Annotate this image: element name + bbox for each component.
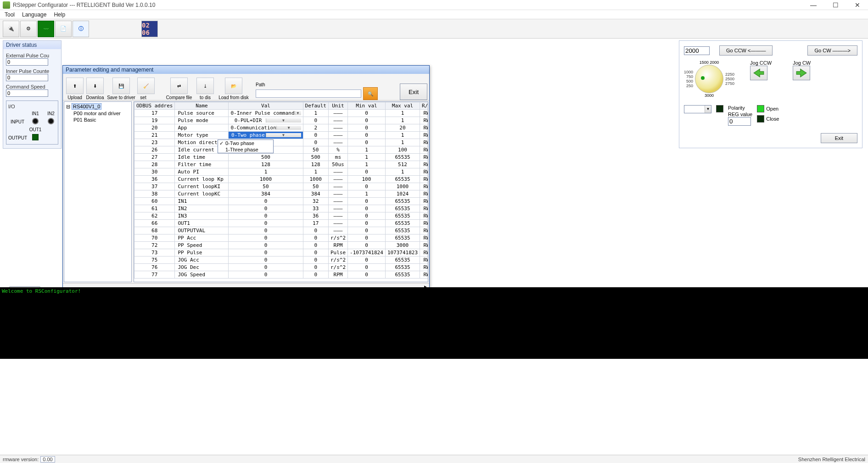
cell[interactable]: 0-Two phase▼ <box>229 132 303 139</box>
go-cw-button[interactable]: Go CW ———> <box>807 45 857 56</box>
table-row[interactable]: 28Filter time12812850us1512RW <box>134 161 429 168</box>
tree-p00[interactable]: P00 motor and driver <box>65 110 130 117</box>
col-5[interactable]: Min val <box>348 102 386 110</box>
speed-gauge[interactable] <box>695 65 723 93</box>
table-row[interactable]: 76JOG Dec00r/s^2065535RW <box>134 264 429 271</box>
table-row[interactable]: 73PP Pulse00Pulse-10737418241073741823RW <box>134 249 429 257</box>
browse-icon[interactable]: 🔍 <box>363 87 378 100</box>
cell: RW <box>420 242 428 249</box>
jog-ccw-button[interactable] <box>750 66 767 80</box>
polarity-label: Polarity <box>728 105 752 111</box>
tree-p01[interactable]: P01 Basic <box>65 117 130 123</box>
table-row[interactable]: 72PP Speed00RPM03000RW <box>134 242 429 249</box>
table-row[interactable]: 61IN2033———065535RW <box>134 205 429 212</box>
table-row[interactable]: 26Idle current50%1100RW <box>134 146 429 154</box>
cell: 0 <box>303 227 328 234</box>
table-row[interactable]: 19Pulse mode0-PUL+DIR▼0———01RW <box>134 117 429 124</box>
cell: RW <box>420 124 428 132</box>
cell: 384 <box>303 190 328 198</box>
settings-icon[interactable]: ⚙ <box>20 21 37 37</box>
reset-icon[interactable]: 🧹 <box>137 78 155 94</box>
col-2[interactable]: Val <box>229 102 303 110</box>
table-row[interactable]: 70PP Acc00r/s^2065535RW <box>134 234 429 242</box>
dropdown-opt-1[interactable]: 1-Three phase <box>218 146 273 153</box>
col-4[interactable]: Unit <box>328 102 347 110</box>
table-row[interactable]: 21Motor type0-Two phase▼0———01RW <box>134 132 429 139</box>
cell: OUTPUTVAL <box>175 227 229 234</box>
cell: 2 <box>303 124 328 132</box>
save-driver-icon[interactable]: 💾 <box>112 78 130 94</box>
param-dialog: Parameter editing and management ⬆Upload… <box>62 65 430 294</box>
cell: 0 <box>348 117 386 124</box>
control-panel: Go CCW <——— Go CW ———> 1000750500250 150… <box>679 40 862 148</box>
col-6[interactable]: Max val <box>385 102 420 110</box>
step-input[interactable] <box>684 46 710 55</box>
compare-icon[interactable]: ⇄ <box>170 78 188 94</box>
table-row[interactable]: 23Motion direction0———01RW <box>134 139 429 146</box>
table-row[interactable]: 17Pulse source0-Inner Pulse command▼1———… <box>134 110 429 117</box>
cell: 50 <box>303 146 328 154</box>
load-disk-icon[interactable]: 📂 <box>225 78 242 94</box>
param-tree[interactable]: ⊟ RS400V1_0 P00 motor and driver P01 Bas… <box>64 101 132 282</box>
maximize-button[interactable]: ☐ <box>828 1 843 9</box>
doc-icon[interactable]: 📄 <box>55 21 72 37</box>
cell[interactable]: 0-Inner Pulse command▼ <box>229 110 303 117</box>
menu-language[interactable]: Language <box>22 11 46 18</box>
motor-type-dropdown[interactable]: 0-Two phase 1-Three phase <box>218 139 274 153</box>
panel-exit-button[interactable]: Exit <box>821 133 857 143</box>
param-table-wrap[interactable]: ODBUS addresNameValDefaultUnitMin valMax… <box>134 101 428 282</box>
jog-cw-button[interactable] <box>793 66 810 80</box>
table-row[interactable]: 37Current loopKI5050———01000RW <box>134 183 429 190</box>
cmd-speed-input[interactable] <box>6 89 48 97</box>
menu-tool[interactable]: Tool <box>5 11 15 18</box>
reg-input[interactable] <box>728 117 751 126</box>
path-input[interactable] <box>256 89 361 98</box>
col-3[interactable]: Default <box>303 102 328 110</box>
cell[interactable]: 0-PUL+DIR▼ <box>229 117 303 124</box>
table-row[interactable]: 60IN1032———065535RW <box>134 198 429 205</box>
connect-icon[interactable]: 🔌 <box>3 21 19 37</box>
dialog-exit-button[interactable]: Exit <box>400 84 427 100</box>
menu-help[interactable]: Help <box>54 11 65 18</box>
minimize-button[interactable]: — <box>806 1 821 9</box>
cell: 36 <box>134 176 175 183</box>
table-row[interactable]: 66OUT1017———065535RW <box>134 220 429 227</box>
input-label: INPUT <box>8 119 27 124</box>
table-row[interactable]: 38Current loopKC384384———11024RW <box>134 190 429 198</box>
cell: 66 <box>134 220 175 227</box>
info-icon[interactable]: ⓘ <box>73 21 89 37</box>
cell: 50 <box>229 183 303 190</box>
cell: IN2 <box>175 205 229 212</box>
cell: 1 <box>229 168 303 176</box>
ext-pulse-input[interactable] <box>6 58 48 66</box>
download-icon[interactable]: ⬇ <box>86 78 104 94</box>
tree-root[interactable]: RS400V1_0 <box>72 103 101 110</box>
table-row[interactable]: 36Current loop Kp10001000———10065535RW <box>134 176 429 183</box>
polarity-combo[interactable]: ▼ <box>684 105 711 113</box>
table-row[interactable]: 27Idle time500500ms165535RW <box>134 154 429 161</box>
table-row[interactable]: 68OUTPUTVAL00———065535RW <box>134 227 429 234</box>
upload-icon[interactable]: ⬆ <box>66 78 84 94</box>
table-row[interactable]: 30Auto PI11———01RW <box>134 168 429 176</box>
table-row[interactable]: 77JOG Speed00RPM065535RW <box>134 271 429 279</box>
cell[interactable]: 0-Communication▼ <box>229 124 303 132</box>
driver-status-panel: Driver status External Pulse Cou Inner P… <box>3 40 62 149</box>
table-row[interactable]: 62IN3036———065535RW <box>134 212 429 220</box>
go-ccw-button[interactable]: Go CCW <——— <box>719 45 773 56</box>
cell: Current loopKI <box>175 183 229 190</box>
col-0[interactable]: ODBUS addres <box>134 102 175 110</box>
col-1[interactable]: Name <box>175 102 229 110</box>
cell: 1000 <box>229 176 303 183</box>
cell: IN3 <box>175 212 229 220</box>
save-disk-icon[interactable]: ⤓ <box>196 78 214 94</box>
cell: 23 <box>134 139 175 146</box>
inner-pulse-input[interactable] <box>6 74 48 81</box>
table-row[interactable]: 20App0-Communication▼2———020RW <box>134 124 429 132</box>
cell: Idle time <box>175 154 229 161</box>
col-7[interactable]: R/W <box>420 102 428 110</box>
close-button[interactable]: ✕ <box>850 1 865 9</box>
scope-icon[interactable]: 〰 <box>38 21 54 37</box>
cell: 0 <box>303 139 328 146</box>
table-row[interactable]: 75JOG Acc00r/s^2065535RW <box>134 257 429 264</box>
dropdown-opt-0[interactable]: 0-Two phase <box>218 140 273 146</box>
